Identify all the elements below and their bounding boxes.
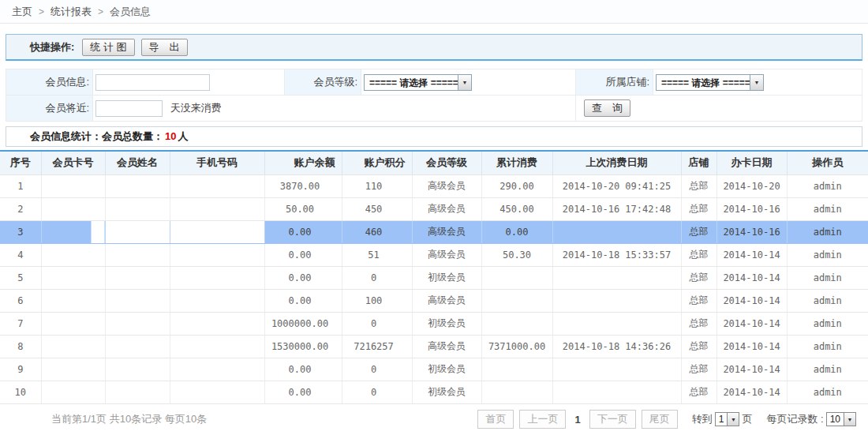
cell-card-date: 2014-10-14 <box>716 358 787 381</box>
cell-balance: 0.00 <box>264 220 342 243</box>
cell-level: 高级会员 <box>412 289 481 312</box>
cell-total-spent <box>481 381 552 403</box>
cell-balance: 3870.00 <box>264 174 342 197</box>
column-header-name: 会员姓名 <box>105 151 170 174</box>
query-button[interactable]: 查 询 <box>584 99 630 117</box>
cell-name <box>105 312 170 335</box>
table-row[interactable]: 81530000.007216257高级会员7371000.002014-10-… <box>0 335 868 358</box>
table-row[interactable]: 30.00460高级会员0.00总部2014-10-16admin <box>0 220 868 243</box>
cell-card-no <box>41 381 105 403</box>
table-row[interactable]: 250.00450高级会员450.002014-10-16 17:42:48总部… <box>0 197 868 220</box>
member-info-label: 会员信息: <box>6 69 93 96</box>
cell-balance: 0.00 <box>264 358 342 381</box>
cell-points: 110 <box>342 174 412 197</box>
cell-points: 100 <box>342 289 412 312</box>
cell-name <box>105 266 170 289</box>
cell-store: 总部 <box>681 335 716 358</box>
cell-total-spent <box>481 358 552 381</box>
cell-level: 高级会员 <box>412 335 481 358</box>
cell-operator: admin <box>787 381 868 403</box>
table-row[interactable]: 71000000.000初级会员总部2014-10-14admin <box>0 312 868 335</box>
cell-total-spent: 0.00 <box>481 220 552 243</box>
member-near-label: 会员将近: <box>6 96 93 122</box>
cell-last-spend-date <box>552 266 681 289</box>
cell-name <box>105 335 170 358</box>
table-row[interactable]: 13870.00110高级会员290.002014-10-20 09:41:25… <box>0 174 868 197</box>
table-row[interactable]: 90.000初级会员总部2014-10-14admin <box>0 358 868 381</box>
cell-last-spend-date: 2014-10-20 09:41:25 <box>552 174 681 197</box>
cell-name <box>105 243 170 266</box>
goto-page-select[interactable]: 1 ▼ <box>715 412 740 426</box>
cell-card-date: 2014-10-14 <box>716 266 787 289</box>
store-select[interactable]: ===== 请选择 ===== ▼ <box>656 74 764 91</box>
column-header-index: 序号 <box>0 151 41 174</box>
column-header-points: 账户积分 <box>342 151 412 174</box>
cell-total-spent: 50.30 <box>481 243 552 266</box>
cell-index: 9 <box>0 358 41 381</box>
cell-index: 7 <box>0 312 41 335</box>
cell-points: 51 <box>342 243 412 266</box>
cell-last-spend-date <box>552 312 681 335</box>
cell-name <box>105 174 170 197</box>
cell-phone <box>170 197 264 220</box>
first-page-button[interactable]: 首页 <box>477 410 514 429</box>
column-header-balance: 账户余额 <box>264 151 342 174</box>
chart-button[interactable]: 统 计 图 <box>82 39 134 56</box>
cell-total-spent <box>481 289 552 312</box>
cell-store: 总部 <box>681 289 716 312</box>
cell-phone <box>170 174 264 197</box>
cell-index: 5 <box>0 266 41 289</box>
cell-phone <box>170 335 264 358</box>
cell-card-no <box>41 335 105 358</box>
cell-last-spend-date: 2014-10-18 15:33:57 <box>552 243 681 266</box>
cell-points: 0 <box>342 358 412 381</box>
cell-level: 高级会员 <box>412 174 481 197</box>
cell-card-no <box>41 266 105 289</box>
table-row[interactable]: 100.000初级会员总部2014-10-14admin <box>0 381 868 403</box>
cell-index: 3 <box>0 220 41 243</box>
breadcrumb-separator: > <box>39 6 44 17</box>
cell-total-spent <box>481 266 552 289</box>
cell-total-spent: 450.00 <box>481 197 552 220</box>
cell-total-spent: 7371000.00 <box>481 335 552 358</box>
cell-card-no <box>41 289 105 312</box>
cell-level: 初级会员 <box>412 266 481 289</box>
cell-store: 总部 <box>681 174 716 197</box>
cell-operator: admin <box>787 243 868 266</box>
pagination-bar: 当前第1/1页 共10条记录 每页10条 首页 上一页 1 下一页 尾页 转到 … <box>0 404 868 435</box>
cell-index: 4 <box>0 243 41 266</box>
cell-level: 初级会员 <box>412 358 481 381</box>
cell-store: 总部 <box>681 243 716 266</box>
member-table-body: 13870.00110高级会员290.002014-10-20 09:41:25… <box>0 174 868 403</box>
cell-operator: admin <box>787 289 868 312</box>
cell-card-no <box>41 243 105 266</box>
export-button[interactable]: 导 出 <box>141 39 188 56</box>
cell-card-date: 2014-10-16 <box>716 197 787 220</box>
per-page-select[interactable]: 10 ▼ <box>826 412 856 426</box>
member-level-select[interactable]: ===== 请选择 ===== ▼ <box>364 74 472 91</box>
cell-balance: 0.00 <box>264 243 342 266</box>
breadcrumb-report-link[interactable]: 统计报表 <box>51 6 92 17</box>
chevron-down-icon: ▼ <box>750 75 763 90</box>
breadcrumb-home-link[interactable]: 主页 <box>12 6 32 17</box>
store-selected-value: ===== 请选择 ===== <box>657 75 750 90</box>
cell-points: 450 <box>342 197 412 220</box>
table-row[interactable]: 60.00100高级会员总部2014-10-14admin <box>0 289 868 312</box>
next-page-button[interactable]: 下一页 <box>589 410 636 429</box>
prev-page-button[interactable]: 上一页 <box>519 410 566 429</box>
table-row[interactable]: 50.000初级会员总部2014-10-14admin <box>0 266 868 289</box>
cell-store: 总部 <box>681 197 716 220</box>
cell-points: 0 <box>342 266 412 289</box>
cell-points: 0 <box>342 381 412 403</box>
cell-balance: 0.00 <box>264 289 342 312</box>
table-row[interactable]: 40.0051高级会员50.302014-10-18 15:33:57总部201… <box>0 243 868 266</box>
cell-operator: admin <box>787 197 868 220</box>
cell-points: 7216257 <box>342 335 412 358</box>
cell-index: 8 <box>0 335 41 358</box>
member-level-selected-value: ===== 请选择 ===== <box>365 75 458 90</box>
member-info-input[interactable] <box>95 74 210 91</box>
cell-name <box>105 358 170 381</box>
days-without-consume-input[interactable] <box>95 100 163 117</box>
last-page-button[interactable]: 尾页 <box>642 410 678 429</box>
cell-balance: 50.00 <box>264 197 342 220</box>
